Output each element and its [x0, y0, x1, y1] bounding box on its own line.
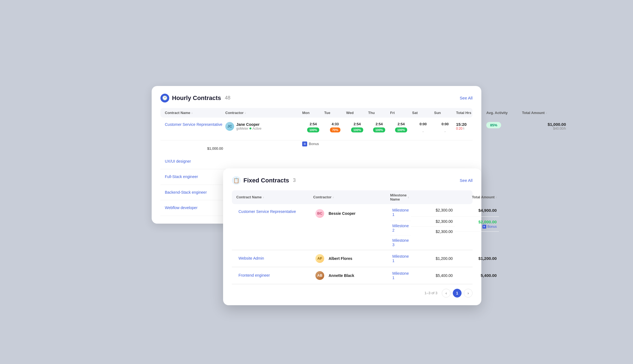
hourly-count: 48 — [225, 95, 230, 101]
fixed-total-amount-col: $4,900.00 $2,000.00 ⊞ Bonus — [455, 204, 499, 237]
activity-badge: 85% — [486, 122, 501, 128]
total-amount-value: 5,400.00 — [481, 273, 497, 278]
contractor-info: JC Jane Cooper goMeter Active — [225, 122, 302, 131]
milestone-amount: $1,200.00 — [436, 256, 453, 261]
header-contractor: Contractor ↓ — [225, 111, 302, 115]
day-sun: 0:00 - — [434, 122, 456, 136]
fixed-contract-name-cell: Customer Service Representative — [236, 204, 313, 218]
fixed-contractor-cell: AF Albert Flores — [313, 250, 390, 267]
fixed-contracts-card: 📋 Fixed Contracts 3 See All Contract Nam… — [223, 168, 481, 305]
hourly-clock-icon: 🕐 — [160, 94, 169, 102]
contractor-info: BC Bessie Cooper — [315, 209, 356, 218]
total-amount-value: $1,200.00 — [478, 256, 497, 261]
sort-icon: ↓ — [245, 111, 246, 114]
milestone-link[interactable]: Milestone 1 — [392, 254, 409, 263]
pagination-prev-btn[interactable]: ‹ — [442, 289, 451, 298]
contract-name-link[interactable]: UX/UI designer — [165, 159, 191, 163]
bonus-amount-cell: $1,000.00 — [165, 146, 225, 151]
day-fri: 2:54 100% — [390, 122, 412, 132]
total-hrs-cell: 15:20 0:20 ℹ — [456, 122, 486, 130]
header-wed: Wed — [346, 111, 368, 115]
avatar-annette: AB — [315, 271, 324, 280]
pagination-info: 1–3 of 3 — [424, 291, 437, 295]
total-amount-cell: $1,200.00 — [455, 252, 499, 265]
bonus-tag-icon: ⊞ — [482, 225, 486, 229]
active-indicator — [249, 127, 251, 129]
info-icon: ℹ — [463, 127, 464, 130]
amount-rate: $40.00/h — [553, 127, 566, 130]
header-sun: Sun — [434, 111, 456, 115]
hourly-card-header: 🕐 Hourly Contracts 48 See All — [160, 94, 473, 102]
fixed-count: 3 — [293, 177, 296, 183]
pagination-page-1-btn[interactable]: 1 — [453, 289, 462, 298]
fixed-table-row: Website Admin AF Albert Flores Milestone… — [232, 250, 473, 267]
contractor-info: AB Annette Black — [315, 271, 354, 280]
bonus-row: ⊞ Bonus $1,000.00 — [160, 140, 473, 154]
sort-icon: ↓ — [191, 111, 193, 114]
header-avg-activity: Avg. Activity — [486, 111, 522, 115]
milestone-link[interactable]: Milestone 1 — [392, 208, 409, 217]
bonus-label: Bonus — [309, 142, 319, 146]
fixed-title-group: 📋 Fixed Contracts 3 — [232, 176, 296, 185]
sort-icon: ↓ — [546, 111, 547, 114]
contractor-name: Albert Flores — [329, 256, 352, 261]
fixed-see-all[interactable]: See All — [460, 178, 473, 183]
milestone-amounts-col: $2,300.00 $2,300.00 $2,300.00 — [411, 204, 455, 237]
header-total-hrs: Total Hrs — [456, 111, 486, 115]
milestone-link[interactable]: Milestone 1 — [392, 271, 409, 280]
fixed-contract-name-link[interactable]: Frontend engineer — [238, 273, 270, 278]
header-mon: Mon — [302, 111, 324, 115]
contract-name-link[interactable]: Full-Stack engineer — [165, 174, 198, 179]
sort-icon: ↓ — [496, 196, 497, 199]
bonus-tag-label: Bonus — [487, 225, 497, 229]
contractor-app: goMeter — [236, 127, 248, 130]
milestone-amount: $5,400.00 — [436, 273, 453, 278]
sort-icon: ↓ — [332, 196, 334, 199]
fixed-table: Contract Name ↓ Contractor ↓ Milestone N… — [232, 190, 473, 298]
fixed-header-contractor: Contractor ↓ — [313, 193, 390, 201]
fixed-header-total-amount: Total Amount ↓ — [453, 193, 497, 201]
header-sat: Sat — [412, 111, 434, 115]
sort-icon: ↓ — [263, 196, 264, 199]
fixed-header-amount-col — [409, 193, 453, 201]
contractor-name-group: Jane Cooper goMeter Active — [236, 122, 262, 130]
contract-name-link[interactable]: Backend-Stack engineer — [165, 190, 207, 194]
header-tue: Tue — [324, 111, 346, 115]
fixed-contract-name-link[interactable]: Customer Service Representative — [238, 209, 296, 215]
day-wed: 2:54 100% — [346, 122, 368, 132]
fixed-card-header: 📋 Fixed Contracts 3 See All — [232, 176, 473, 185]
contractor-name: Jane Cooper — [236, 122, 262, 127]
avatar-albert: AF — [315, 254, 324, 263]
table-row: UX/UI designer — [160, 154, 473, 170]
fixed-table-header: Contract Name ↓ Contractor ↓ Milestone N… — [232, 190, 473, 204]
bonus-tag: ⊞ Bonus — [482, 225, 497, 229]
fixed-header-contract-name: Contract Name ↓ — [236, 193, 313, 201]
milestone-link[interactable]: Milestone 3 — [392, 238, 409, 247]
fixed-contract-name-link[interactable]: Website Admin — [238, 256, 264, 261]
bonus-icon: ⊞ — [302, 141, 307, 146]
milestones-col: Milestone 1 Milestone 2 Milestone 3 — [390, 204, 411, 250]
contractor-info: AF Albert Flores — [315, 254, 352, 263]
bonus-total-amount: $2,000.00 — [478, 219, 497, 224]
header-fri: Fri — [390, 111, 412, 115]
contract-name-link[interactable]: Webflow developer — [165, 205, 198, 210]
overtime-value: 0:20 ℹ — [456, 127, 464, 130]
fixed-contract-name-cell: Frontend engineer — [236, 269, 313, 282]
contractor-name: Annette Black — [329, 273, 354, 278]
day-mon: 2:54 100% — [302, 122, 324, 132]
pagination-next-btn[interactable]: › — [464, 289, 473, 298]
contract-name-link[interactable]: Customer Service Representative — [165, 122, 222, 127]
bonus-label-cell: ⊞ Bonus — [302, 141, 456, 146]
fixed-contractor-cell: BC Bessie Cooper — [313, 204, 390, 222]
fixed-contractor-cell: AB Annette Black — [313, 267, 390, 284]
page-wrapper: 🕐 Hourly Contracts 48 See All Contract N… — [152, 86, 481, 278]
avatar-jane: JC — [225, 122, 234, 131]
hourly-see-all[interactable]: See All — [460, 96, 473, 100]
total-amount-cell: 5,400.00 — [455, 269, 499, 282]
contractor-sub: goMeter Active — [236, 127, 262, 130]
milestone-link[interactable]: Milestone 2 — [392, 224, 409, 232]
day-sat: 0:00 - — [412, 122, 434, 136]
pagination: 1–3 of 3 ‹ 1 › — [232, 284, 473, 298]
fixed-table-row: Customer Service Representative BC Bessi… — [232, 204, 473, 250]
amount-main: $1,000.00 — [548, 122, 566, 127]
